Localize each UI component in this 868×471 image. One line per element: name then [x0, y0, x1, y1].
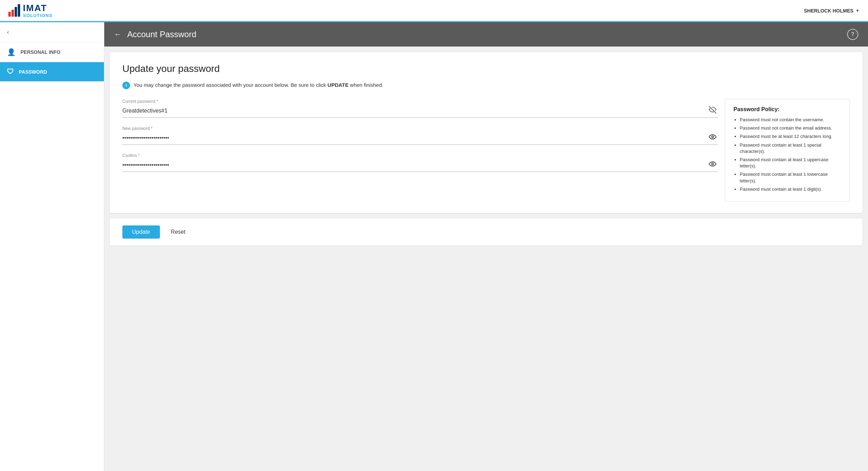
- logo-text: IMAT SOLUTIONS: [23, 3, 52, 18]
- confirm-password-group: Confirm *: [122, 153, 718, 172]
- policy-rule-6: Password must contain at least 1 lowerca…: [740, 171, 841, 184]
- current-password-input-wrap: [122, 105, 718, 118]
- policy-rule-1: Password must not contain the username.: [740, 117, 841, 123]
- page-header-left: ← Account Password: [114, 30, 196, 39]
- current-password-label: Current password *: [122, 99, 718, 104]
- logo: IMAT SOLUTIONS: [8, 3, 52, 18]
- confirm-password-input[interactable]: [122, 160, 707, 170]
- policy-title: Password Policy:: [733, 106, 841, 113]
- svg-point-1: [712, 136, 714, 138]
- policy-list: Password must not contain the username. …: [733, 117, 841, 192]
- page-title: Account Password: [127, 30, 196, 39]
- page-back-button[interactable]: ←: [114, 30, 122, 39]
- reset-button[interactable]: Reset: [168, 225, 188, 239]
- toggle-confirm-password-visibility-icon[interactable]: [707, 159, 718, 170]
- help-button[interactable]: ?: [847, 29, 858, 40]
- policy-rule-7: Password must contain at least 1 digit(s…: [740, 186, 841, 192]
- new-password-group: New password *: [122, 126, 718, 145]
- person-icon: 👤: [7, 48, 16, 56]
- info-text-bold: UPDATE: [327, 82, 349, 88]
- policy-rule-4: Password must contain at least 1 special…: [740, 142, 841, 155]
- back-arrow-icon: ‹: [7, 28, 9, 36]
- action-bar: Update Reset: [110, 218, 862, 246]
- sidebar-item-personal-info[interactable]: 👤 PERSONAL INFO: [0, 42, 104, 62]
- sidebar: ‹ 👤 PERSONAL INFO 🛡 PASSWORD: [0, 22, 104, 471]
- confirm-password-label: Confirm *: [122, 153, 718, 158]
- info-text: You may change the password associated w…: [133, 81, 383, 89]
- policy-rule-5: Password must contain at least 1 upperca…: [740, 157, 841, 169]
- info-icon: i: [122, 82, 130, 89]
- confirm-password-input-wrap: [122, 159, 718, 172]
- toggle-current-password-visibility-icon[interactable]: [707, 105, 718, 116]
- card-title: Update your password: [122, 63, 850, 74]
- svg-point-2: [712, 163, 714, 165]
- current-password-group: Current password *: [122, 99, 718, 118]
- new-password-input-wrap: [122, 132, 718, 145]
- info-text-before: You may change the password associated w…: [133, 82, 327, 88]
- new-password-input[interactable]: [122, 133, 707, 142]
- toggle-new-password-visibility-icon[interactable]: [707, 132, 718, 143]
- shield-icon: 🛡: [7, 68, 14, 76]
- form-policy-row: Current password *: [122, 99, 850, 202]
- sidebar-item-password-label: PASSWORD: [19, 69, 47, 75]
- user-name-label: SHERLOCK HOLMES: [804, 8, 853, 14]
- logo-imat-label: IMAT: [23, 3, 52, 13]
- info-text-after: when finished.: [349, 82, 383, 88]
- sidebar-back-button[interactable]: ‹: [0, 22, 104, 42]
- form-card: Update your password i You may change th…: [110, 52, 862, 213]
- update-button[interactable]: Update: [122, 225, 160, 239]
- policy-rule-2: Password must not contain the email addr…: [740, 125, 841, 131]
- info-row: i You may change the password associated…: [122, 81, 850, 89]
- logo-bars-icon: [8, 4, 20, 17]
- user-menu[interactable]: SHERLOCK HOLMES ▼: [804, 8, 860, 14]
- form-fields: Current password *: [122, 99, 718, 180]
- sidebar-item-password[interactable]: 🛡 PASSWORD: [0, 62, 104, 82]
- logo-solutions-label: SOLUTIONS: [23, 13, 52, 18]
- page-header: ← Account Password ?: [104, 22, 868, 47]
- password-policy-box: Password Policy: Password must not conta…: [725, 99, 850, 202]
- sidebar-item-personal-info-label: PERSONAL INFO: [21, 49, 60, 55]
- current-password-input[interactable]: [122, 106, 707, 115]
- main-layout: ‹ 👤 PERSONAL INFO 🛡 PASSWORD ← Account P…: [0, 22, 868, 471]
- new-password-label: New password *: [122, 126, 718, 131]
- navbar: IMAT SOLUTIONS SHERLOCK HOLMES ▼: [0, 0, 868, 22]
- content-area: ← Account Password ? Update your passwor…: [104, 22, 868, 471]
- chevron-down-icon: ▼: [855, 8, 860, 13]
- policy-rule-3: Password must be at least 12 characters …: [740, 133, 841, 140]
